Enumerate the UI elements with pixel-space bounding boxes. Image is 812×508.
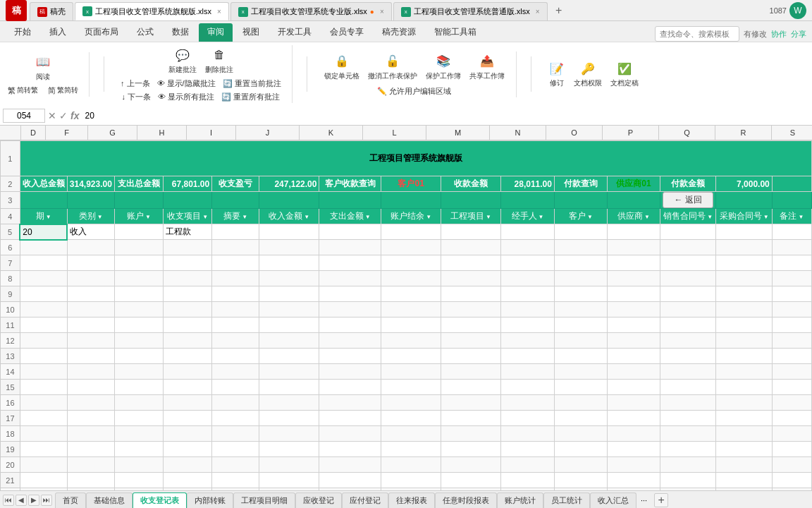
empty-cell-0-0[interactable]	[20, 240, 67, 255]
sheet-tab-account_stat[interactable]: 账户统计	[497, 492, 543, 508]
cell-expense_type-0[interactable]: 工程款	[164, 224, 212, 240]
empty-cell-5-7[interactable]	[381, 318, 441, 333]
empty-cell-11-3[interactable]	[164, 411, 212, 426]
empty-cell-5-13[interactable]	[716, 318, 772, 333]
empty-cell-5-12[interactable]	[660, 318, 716, 333]
empty-cell-14-12[interactable]	[660, 457, 716, 473]
empty-cell-2-2[interactable]	[114, 271, 163, 286]
empty-cell-2-6[interactable]	[319, 271, 381, 286]
empty-cell-10-7[interactable]	[381, 395, 441, 411]
col-header-H[interactable]: H	[137, 126, 187, 140]
empty-cell-0-11[interactable]	[607, 240, 660, 255]
empty-cell-13-5[interactable]	[259, 442, 319, 457]
empty-cell-13-12[interactable]	[660, 442, 716, 457]
empty-cell-2-0[interactable]	[20, 271, 67, 286]
empty-cell-3-11[interactable]	[607, 286, 660, 302]
confirm-formula-icon[interactable]: ✓	[59, 110, 68, 121]
sheet-tab-home[interactable]: 首页	[55, 492, 86, 508]
empty-cell-10-8[interactable]	[441, 395, 501, 411]
empty-cell-4-8[interactable]	[441, 302, 501, 318]
empty-cell-5-9[interactable]	[500, 318, 554, 333]
cell-supplier-0[interactable]	[607, 224, 660, 240]
cell-notes-0[interactable]	[772, 224, 811, 240]
empty-cell-11-14[interactable]	[772, 411, 811, 426]
empty-cell-7-7[interactable]	[381, 349, 441, 364]
empty-cell-15-14[interactable]	[772, 473, 811, 488]
empty-cell-15-4[interactable]	[212, 473, 259, 488]
empty-cell-10-9[interactable]	[500, 395, 554, 411]
empty-cell-10-10[interactable]	[554, 395, 607, 411]
ribbon-btn-track[interactable]: 📝 修订	[546, 59, 568, 90]
formula-input[interactable]	[82, 111, 809, 121]
title-tab-tab2[interactable]: x工程项目收支管理系统专业版.xlsx●×	[230, 2, 392, 20]
empty-cell-2-13[interactable]	[716, 271, 772, 286]
empty-cell-5-10[interactable]	[554, 318, 607, 333]
empty-cell-8-3[interactable]	[164, 364, 212, 380]
empty-cell-3-7[interactable]	[381, 286, 441, 302]
collaborate-btn[interactable]: 协作	[771, 29, 787, 40]
sheet-nav-last[interactable]: ⏭	[41, 495, 52, 506]
empty-cell-14-2[interactable]	[114, 457, 163, 473]
ribbon-btn-new-comment[interactable]: 💬 新建批注	[166, 45, 199, 76]
empty-cell-2-4[interactable]	[212, 271, 259, 286]
sheet-tab-income_summary[interactable]: 收入汇总	[590, 492, 636, 508]
cell-reference[interactable]	[3, 109, 45, 123]
ribbon-btn-next[interactable]: ↓ 下一条	[120, 91, 154, 103]
empty-cell-8-13[interactable]	[716, 364, 772, 380]
sheet-tab-payable[interactable]: 应付登记	[342, 492, 388, 508]
empty-cell-8-12[interactable]	[660, 364, 716, 380]
empty-cell-12-4[interactable]	[212, 426, 259, 442]
empty-cell-7-14[interactable]	[772, 349, 811, 364]
empty-cell-15-9[interactable]	[500, 473, 554, 488]
col-header-data-supplier[interactable]: 供应商▼	[607, 209, 660, 224]
ribbon-tab-视图[interactable]: 视图	[234, 23, 268, 42]
col-header-N[interactable]: N	[490, 126, 546, 140]
empty-cell-14-1[interactable]	[67, 457, 114, 473]
empty-cell-7-3[interactable]	[164, 349, 212, 364]
sheet-tab-visit_report[interactable]: 往来报表	[388, 492, 435, 508]
sheet-tab-receivable[interactable]: 应收登记	[295, 492, 342, 508]
col-header-data-balance[interactable]: 账户结余▼	[381, 209, 441, 224]
empty-cell-4-1[interactable]	[67, 302, 114, 318]
cell-summary-0[interactable]	[212, 224, 259, 240]
empty-cell-12-5[interactable]	[259, 426, 319, 442]
empty-cell-14-13[interactable]	[716, 457, 772, 473]
empty-cell-3-1[interactable]	[67, 286, 114, 302]
col-header-K[interactable]: K	[300, 126, 363, 140]
col-header-data-account[interactable]: 账户▼	[114, 209, 163, 224]
empty-cell-1-6[interactable]	[319, 255, 381, 271]
empty-cell-13-4[interactable]	[212, 442, 259, 457]
empty-cell-11-13[interactable]	[716, 411, 772, 426]
empty-cell-8-7[interactable]	[381, 364, 441, 380]
cell-type-0[interactable]: 收入	[67, 224, 114, 240]
user-avatar[interactable]: W	[789, 2, 806, 19]
tab-close-tab1[interactable]: ×	[217, 8, 221, 16]
col-header-data-handler[interactable]: 经手人▼	[500, 209, 554, 224]
col-header-M[interactable]: M	[426, 126, 490, 140]
empty-cell-11-12[interactable]	[660, 411, 716, 426]
empty-cell-1-10[interactable]	[554, 255, 607, 271]
empty-cell-6-0[interactable]	[20, 333, 67, 349]
sheet-nav-first[interactable]: ⏮	[3, 495, 14, 506]
ribbon-tab-会员专享[interactable]: 会员专享	[321, 23, 372, 42]
empty-cell-15-8[interactable]	[441, 473, 501, 488]
empty-cell-12-1[interactable]	[67, 426, 114, 442]
empty-cell-7-8[interactable]	[441, 349, 501, 364]
cancel-formula-icon[interactable]: ✕	[48, 110, 56, 121]
ribbon-btn-prev[interactable]: ↑ 上一条	[118, 78, 152, 90]
empty-cell-10-1[interactable]	[67, 395, 114, 411]
ribbon-btn-doc-final[interactable]: ✅ 文档定稿	[608, 59, 641, 90]
empty-cell-3-5[interactable]	[259, 286, 319, 302]
empty-cell-1-8[interactable]	[441, 255, 501, 271]
ribbon-tab-审阅[interactable]: 审阅	[199, 23, 233, 42]
ribbon-btn-fanjian[interactable]: 简 繁简转	[46, 85, 80, 97]
empty-cell-12-14[interactable]	[772, 426, 811, 442]
empty-cell-0-4[interactable]	[212, 240, 259, 255]
empty-cell-8-2[interactable]	[114, 364, 163, 380]
empty-cell-6-10[interactable]	[554, 333, 607, 349]
empty-cell-5-3[interactable]	[164, 318, 212, 333]
sheet-nav-next[interactable]: ▶	[28, 495, 39, 506]
empty-cell-10-11[interactable]	[607, 395, 660, 411]
empty-cell-0-13[interactable]	[716, 240, 772, 255]
col-header-D[interactable]: D	[21, 126, 46, 140]
